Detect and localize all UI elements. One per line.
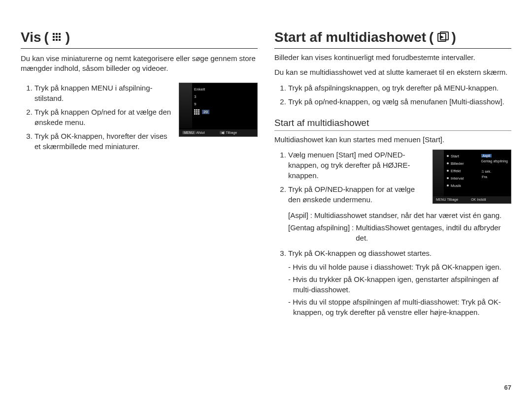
list-item: Tryk på knappen MENU i afspilning-stilst… bbox=[34, 83, 172, 103]
slideshow-intro1: Billeder kan vises kontinuerligt med for… bbox=[274, 53, 511, 62]
list-item: Tryk på OK-knappen, hvorefter der vises … bbox=[34, 131, 172, 152]
note-item: - Hvis du vil stoppe afspilningen af mul… bbox=[288, 297, 511, 317]
menu-item-label: 9 bbox=[194, 102, 196, 106]
substeps-and-display: Vælg menuen [Start] med OP/NED-knappen, … bbox=[274, 150, 511, 208]
menu-item-label: Enkelt bbox=[194, 87, 205, 92]
menu-item-label: Musik bbox=[451, 184, 461, 188]
notes-list: - Hvis du vil holde pause i diasshowet: … bbox=[288, 262, 511, 317]
menu-chip: MENU bbox=[436, 198, 446, 201]
grid-icon bbox=[194, 109, 200, 115]
slideshow-intro2: Du kan se multidiasshowet ved at slutte … bbox=[274, 67, 511, 77]
note-item: - Hvis du trykker på OK-knappen igen, ge… bbox=[288, 274, 511, 295]
definition-aspil: [Aspil] : Multidiasshowet standser, når … bbox=[288, 210, 511, 220]
right-column: Start af multidiashowet ( ) Billeder kan… bbox=[274, 30, 511, 401]
heading-slideshow: Start af multidiashowet ( ) bbox=[274, 30, 511, 49]
definition-gentag: [Gentag afspilning] : MultidiasShowet ge… bbox=[288, 222, 511, 243]
heading-slideshow-text: Start af multidiashowet bbox=[274, 30, 426, 45]
slideshow-setup-steps: Tryk på afspilningsknappen, og tryk dere… bbox=[274, 83, 511, 107]
list-item: Tryk på OK-knappen og diasshowet startes… bbox=[288, 248, 511, 258]
thumbnail-grid-icon bbox=[52, 32, 63, 43]
ok-chip: OK bbox=[471, 198, 476, 201]
menu-option: :1 sek. bbox=[481, 170, 508, 173]
list-item: Tryk på OP/NED-knappen for at vælge den … bbox=[288, 184, 426, 205]
definition-term: [Aspil] bbox=[288, 210, 308, 220]
list-item: Tryk på afspilningsknappen, og tryk dere… bbox=[288, 83, 511, 93]
left-column: Vis ( ) Du kan vise miniaturerne og nemt… bbox=[21, 30, 258, 401]
definition-desc: Multidiasshowet standser, når det har væ… bbox=[314, 210, 511, 220]
menu-option-selected: Aspil bbox=[481, 154, 492, 157]
vis-steps-and-display: Tryk på knappen MENU i afspilning-stilst… bbox=[21, 83, 258, 155]
vis-steps: Tryk på knappen MENU i afspilning-stilst… bbox=[21, 83, 172, 155]
menu-option: :Fra bbox=[481, 175, 508, 179]
menu-item-label: Start bbox=[451, 154, 459, 158]
definition-desc: MultidiasShowet gentages, indtil du afbr… bbox=[356, 222, 511, 243]
definition-term: [Gentag afspilning] bbox=[288, 222, 350, 243]
heading-vis-text: Vis bbox=[21, 30, 41, 45]
display-menu-col: Start Billeder Effekt Interval Musik bbox=[447, 154, 464, 191]
start-steps: Vælg menuen [Start] med OP/NED-knappen, … bbox=[274, 150, 426, 205]
menu-item-label: Interval bbox=[451, 176, 464, 181]
vis-intro: Du kan vise miniaturerne og nemt kategor… bbox=[21, 54, 258, 74]
display-sidebar bbox=[179, 83, 192, 128]
menu-item-label: 20 bbox=[202, 110, 209, 114]
display-footer: MENU Afslut ◀ Tilbage bbox=[179, 129, 257, 136]
footer-label: Tilbage bbox=[447, 198, 458, 201]
menu-option: Gentag afspilning bbox=[481, 159, 508, 163]
menu-chip: MENU bbox=[182, 131, 196, 134]
display-footer: MENU Tilbage OK Indstil bbox=[433, 196, 511, 203]
menu-item-label: 3 bbox=[194, 94, 196, 99]
menu-item-label: Billeder bbox=[451, 161, 464, 166]
heading-vis: Vis ( ) bbox=[21, 30, 258, 49]
step3-list: Tryk på OK-knappen og diasshowet startes… bbox=[274, 248, 511, 258]
menu-item-label: Effekt bbox=[451, 169, 461, 173]
display-right-col: Aspil Gentag afspilning :1 sek. :Fra bbox=[481, 154, 508, 181]
note-item: - Hvis du vil holde pause i diasshowet: … bbox=[288, 262, 511, 272]
sub-intro: Multidiashowet kan kun startes med menue… bbox=[274, 135, 511, 145]
footer-label: Indstil bbox=[477, 198, 486, 201]
list-item: Tryk på op/ned-knappen, og vælg så menuf… bbox=[288, 96, 511, 107]
camera-display-slideshow: Start Billeder Effekt Interval Musik Asp… bbox=[432, 150, 511, 204]
manual-page: Vis ( ) Du kan vise miniaturerne og nemt… bbox=[0, 0, 532, 401]
display-menu: Enkelt 3 9 20 bbox=[194, 87, 209, 118]
list-item: Tryk på knappen Op/ned for at vælge den … bbox=[34, 107, 172, 127]
list-item: Vælg menuen [Start] med OP/NED-knappen, … bbox=[288, 150, 426, 181]
page-number: 67 bbox=[504, 384, 511, 391]
footer-label: Tilbage bbox=[226, 131, 237, 134]
back-chip: ◀ bbox=[220, 131, 225, 134]
display-sidebar bbox=[433, 150, 444, 196]
subheading-start-slideshow: Start af multidiashowet bbox=[274, 118, 511, 131]
footer-label: Afslut bbox=[196, 131, 205, 134]
camera-display-thumbnails: Enkelt 3 9 20 MENU Afslut ◀ Tilbage bbox=[179, 83, 258, 137]
substeps-block: Vælg menuen [Start] med OP/NED-knappen, … bbox=[274, 150, 426, 208]
slideshow-icon bbox=[436, 32, 448, 43]
